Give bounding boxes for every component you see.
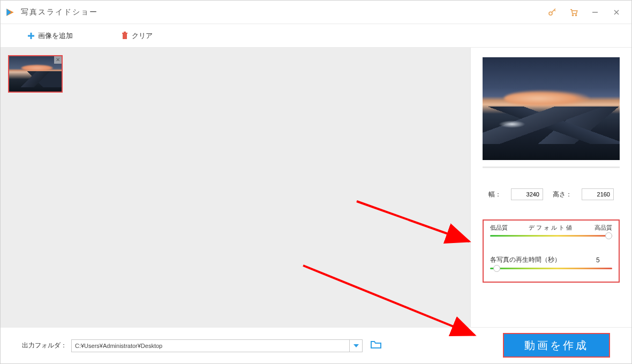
output-folder-input[interactable]	[71, 339, 350, 352]
svg-rect-9	[122, 33, 127, 34]
height-input[interactable]	[582, 188, 614, 200]
add-image-label: 画像を追加	[38, 31, 73, 41]
width-label: 幅：	[488, 190, 501, 199]
height-label: 高さ：	[553, 190, 572, 199]
duration-value: 5	[596, 256, 612, 264]
output-folder-label: 出力フォルダ：	[22, 341, 67, 350]
browse-folder-icon[interactable]	[370, 340, 382, 351]
duration-label: 各写真の再生時間（秒）	[490, 255, 561, 264]
svg-rect-10	[124, 32, 126, 33]
clear-button[interactable]: クリア	[121, 31, 153, 41]
duration-slider[interactable]	[490, 268, 612, 273]
close-icon[interactable]	[606, 1, 627, 24]
create-video-label: 動画を作成	[524, 338, 589, 353]
footer: 出力フォルダ： 動画を作成	[1, 327, 631, 363]
svg-point-0	[549, 12, 552, 15]
trash-icon	[121, 32, 129, 40]
width-input[interactable]	[511, 188, 543, 200]
main-body: ✕ 幅： 高さ： 低品質 デフォルト値 高品質	[1, 48, 631, 327]
cart-icon[interactable]	[563, 1, 584, 24]
quality-slider-thumb[interactable]	[605, 232, 612, 239]
add-image-button[interactable]: 画像を追加	[27, 31, 73, 41]
preview-progress[interactable]	[483, 166, 620, 168]
toolbar: 画像を追加 クリア	[1, 24, 631, 48]
quality-low-label: 低品質	[490, 224, 508, 232]
quality-high-label: 高品質	[595, 224, 612, 232]
quality-default-label: デフォルト値	[508, 224, 595, 232]
svg-rect-8	[123, 34, 127, 39]
duration-slider-thumb[interactable]	[493, 265, 500, 272]
quality-slider[interactable]	[490, 235, 612, 240]
thumbnail-remove-icon[interactable]: ✕	[54, 56, 62, 64]
titlebar: 写真スライドショー	[1, 1, 631, 24]
svg-point-2	[575, 14, 576, 16]
app-title: 写真スライドショー	[21, 7, 98, 17]
minimize-icon[interactable]	[584, 1, 606, 24]
thumbnail-item[interactable]: ✕	[8, 55, 63, 93]
side-panel: 幅： 高さ： 低品質 デフォルト値 高品質 各写真の再生時間（秒） 5	[471, 48, 631, 327]
preview-image	[483, 57, 620, 160]
svg-point-1	[572, 14, 573, 16]
app-window: 写真スライドショー 画像を追加 クリア ✕	[0, 0, 632, 364]
create-video-button[interactable]: 動画を作成	[503, 333, 610, 358]
plus-icon	[27, 32, 35, 40]
key-icon[interactable]	[541, 1, 563, 24]
dimensions-row: 幅： 高さ：	[483, 188, 620, 200]
output-folder-dropdown-icon[interactable]	[350, 339, 363, 352]
clear-label: クリア	[132, 31, 153, 41]
app-logo-icon	[5, 7, 16, 18]
image-gallery: ✕	[1, 48, 471, 327]
quality-box: 低品質 デフォルト値 高品質 各写真の再生時間（秒） 5	[483, 219, 620, 283]
